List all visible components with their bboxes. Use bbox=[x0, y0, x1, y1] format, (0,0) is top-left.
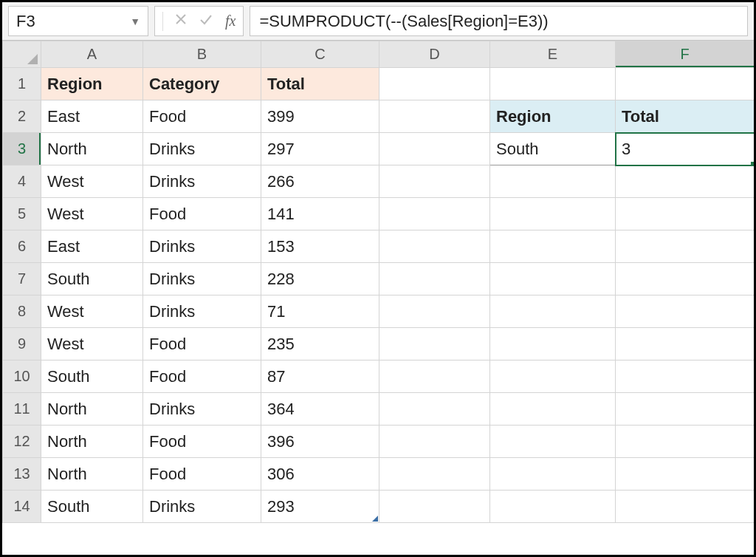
cell[interactable] bbox=[490, 165, 616, 198]
cell[interactable] bbox=[379, 328, 490, 360]
cell[interactable]: Food bbox=[143, 458, 261, 491]
fx-icon[interactable]: fx bbox=[225, 13, 236, 30]
cell[interactable] bbox=[616, 328, 755, 360]
cell[interactable] bbox=[379, 198, 490, 230]
cell[interactable]: Total bbox=[261, 68, 379, 100]
select-all-corner[interactable] bbox=[3, 41, 41, 68]
cell[interactable]: Region bbox=[490, 100, 616, 133]
cell[interactable]: Food bbox=[143, 328, 261, 360]
cell[interactable] bbox=[379, 165, 490, 198]
cell[interactable] bbox=[490, 230, 616, 263]
cell[interactable]: 71 bbox=[261, 295, 379, 328]
cell[interactable]: 396 bbox=[261, 426, 379, 458]
col-header-C[interactable]: C bbox=[261, 41, 379, 68]
cell[interactable]: North bbox=[41, 393, 143, 426]
cell[interactable]: South bbox=[41, 360, 143, 393]
cell[interactable]: 235 bbox=[261, 328, 379, 360]
cell[interactable]: Drinks bbox=[143, 263, 261, 295]
cell[interactable]: East bbox=[41, 100, 143, 133]
row-header[interactable]: 12 bbox=[3, 426, 41, 458]
cell[interactable] bbox=[490, 360, 616, 393]
cell[interactable]: North bbox=[41, 426, 143, 458]
row-header[interactable]: 13 bbox=[3, 458, 41, 491]
cell[interactable] bbox=[379, 230, 490, 263]
cell[interactable] bbox=[616, 491, 755, 523]
formula-input[interactable]: =SUMPRODUCT(--(Sales[Region]=E3)) bbox=[250, 6, 748, 36]
row-header[interactable]: 9 bbox=[3, 328, 41, 360]
cell[interactable] bbox=[379, 458, 490, 491]
row-header[interactable]: 11 bbox=[3, 393, 41, 426]
cell[interactable] bbox=[379, 133, 490, 165]
cell[interactable]: Food bbox=[143, 198, 261, 230]
cell[interactable]: Food bbox=[143, 100, 261, 133]
cell[interactable]: Food bbox=[143, 426, 261, 458]
cell[interactable]: Region bbox=[41, 68, 143, 100]
cell[interactable] bbox=[379, 68, 490, 100]
cell[interactable]: West bbox=[41, 165, 143, 198]
row-header[interactable]: 1 bbox=[3, 68, 41, 100]
cell[interactable]: West bbox=[41, 295, 143, 328]
cell[interactable] bbox=[616, 426, 755, 458]
cell[interactable]: 399 bbox=[261, 100, 379, 133]
col-header-E[interactable]: E bbox=[490, 41, 616, 68]
row-header[interactable]: 14 bbox=[3, 491, 41, 523]
cell[interactable] bbox=[490, 426, 616, 458]
cell[interactable] bbox=[379, 100, 490, 133]
spreadsheet-grid[interactable]: A B C D E F 1 Region Category Total bbox=[2, 41, 754, 555]
cell[interactable] bbox=[490, 295, 616, 328]
col-header-F[interactable]: F bbox=[616, 41, 755, 68]
cell[interactable] bbox=[379, 491, 490, 523]
cell[interactable] bbox=[490, 198, 616, 230]
cell[interactable] bbox=[490, 491, 616, 523]
row-header[interactable]: 4 bbox=[3, 165, 41, 198]
row-header[interactable]: 3 bbox=[3, 133, 41, 165]
cell[interactable] bbox=[379, 360, 490, 393]
cell[interactable]: 297 bbox=[261, 133, 379, 165]
cell[interactable]: Category bbox=[143, 68, 261, 100]
cell[interactable]: West bbox=[41, 328, 143, 360]
cell[interactable] bbox=[616, 458, 755, 491]
cell[interactable]: 141 bbox=[261, 198, 379, 230]
cell[interactable]: North bbox=[41, 458, 143, 491]
cell[interactable] bbox=[616, 230, 755, 263]
col-header-D[interactable]: D bbox=[379, 41, 490, 68]
cell[interactable] bbox=[379, 393, 490, 426]
chevron-down-icon[interactable]: ▼ bbox=[130, 16, 140, 27]
cell[interactable] bbox=[616, 263, 755, 295]
cell[interactable] bbox=[616, 68, 755, 100]
cell[interactable]: Drinks bbox=[143, 393, 261, 426]
cell[interactable]: South bbox=[490, 133, 616, 165]
cell[interactable] bbox=[616, 393, 755, 426]
row-header[interactable]: 2 bbox=[3, 100, 41, 133]
cell[interactable]: 364 bbox=[261, 393, 379, 426]
cell[interactable] bbox=[616, 165, 755, 198]
cell[interactable]: North bbox=[41, 133, 143, 165]
cell[interactable] bbox=[616, 198, 755, 230]
cell[interactable]: South bbox=[41, 491, 143, 523]
cell[interactable] bbox=[490, 68, 616, 100]
cell[interactable] bbox=[490, 458, 616, 491]
cell[interactable] bbox=[616, 360, 755, 393]
cell[interactable]: 228 bbox=[261, 263, 379, 295]
cell[interactable] bbox=[490, 263, 616, 295]
cell[interactable]: Total bbox=[616, 100, 755, 133]
cell[interactable]: 293 bbox=[261, 491, 379, 523]
cell[interactable]: 153 bbox=[261, 230, 379, 263]
cell[interactable]: West bbox=[41, 198, 143, 230]
col-header-B[interactable]: B bbox=[143, 41, 261, 68]
cell[interactable]: 266 bbox=[261, 165, 379, 198]
cell[interactable]: Drinks bbox=[143, 133, 261, 165]
cell[interactable] bbox=[616, 295, 755, 328]
row-header[interactable]: 6 bbox=[3, 230, 41, 263]
cell[interactable] bbox=[490, 328, 616, 360]
row-header[interactable]: 5 bbox=[3, 198, 41, 230]
cell[interactable]: 306 bbox=[261, 458, 379, 491]
name-box[interactable]: F3 ▼ bbox=[8, 6, 148, 36]
cell[interactable]: Drinks bbox=[143, 491, 261, 523]
row-header[interactable]: 8 bbox=[3, 295, 41, 328]
cell[interactable] bbox=[379, 263, 490, 295]
active-cell[interactable]: 3 bbox=[616, 133, 755, 165]
cell[interactable] bbox=[379, 295, 490, 328]
cell[interactable]: Drinks bbox=[143, 230, 261, 263]
cell[interactable]: 87 bbox=[261, 360, 379, 393]
